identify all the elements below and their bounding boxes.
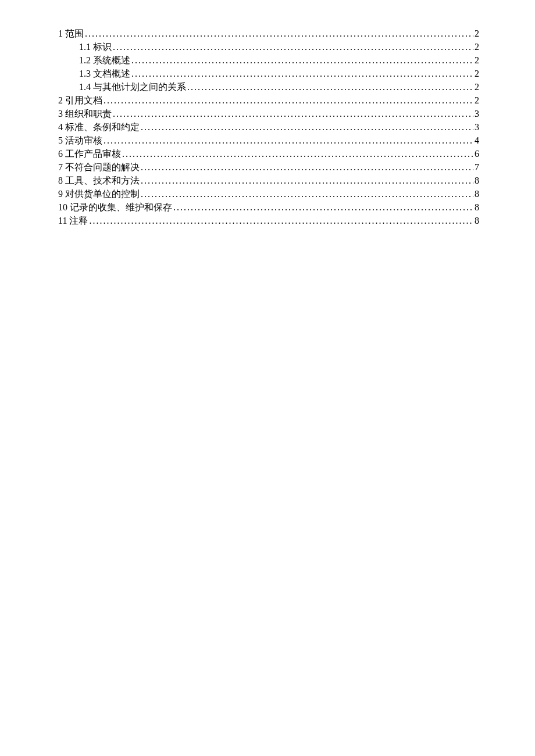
toc-leader — [104, 134, 473, 147]
toc-leader — [173, 200, 473, 214]
toc-entry: 7 不符合问题的解决 7 — [58, 160, 479, 174]
toc-title: 系统概述 — [93, 53, 130, 67]
toc-title: 工作产品审核 — [65, 147, 121, 160]
toc-number: 2 — [58, 94, 63, 107]
toc-page: 8 — [475, 200, 479, 214]
toc-number: 9 — [58, 187, 63, 200]
toc-page: 2 — [475, 94, 479, 107]
toc-entry: 8 工具、技术和方法 8 — [58, 174, 479, 187]
toc-title: 活动审核 — [65, 134, 102, 147]
toc-entry: 1.2 系统概述 2 — [58, 53, 479, 67]
toc-number: 1 — [58, 27, 63, 40]
toc-title: 引用文档 — [65, 94, 102, 107]
table-of-contents: 1 范围 2 1.1 标识 2 1.2 系统概述 2 1.3 文档概述 2 1.… — [58, 27, 479, 227]
toc-number: 4 — [58, 120, 63, 134]
toc-number: 1.1 — [79, 40, 91, 53]
toc-number: 10 — [58, 200, 67, 214]
toc-entry: 10 记录的收集、维护和保存 8 — [58, 200, 479, 214]
toc-leader — [89, 214, 473, 227]
toc-number: 3 — [58, 107, 63, 120]
toc-page: 8 — [475, 187, 479, 200]
toc-number: 5 — [58, 134, 63, 147]
toc-page: 2 — [475, 80, 479, 94]
toc-number: 1.3 — [79, 67, 91, 80]
toc-leader — [131, 53, 473, 67]
toc-page: 7 — [475, 160, 479, 174]
toc-page: 3 — [475, 107, 479, 120]
toc-leader — [113, 40, 473, 53]
toc-entry: 5 活动审核 4 — [58, 134, 479, 147]
toc-leader — [113, 107, 473, 120]
toc-entry: 3 组织和职责 3 — [58, 107, 479, 120]
toc-leader — [141, 187, 473, 200]
toc-entry: 1 范围 2 — [58, 27, 479, 40]
toc-leader — [141, 174, 473, 187]
toc-number: 6 — [58, 147, 63, 160]
toc-leader — [104, 94, 473, 107]
toc-page: 3 — [475, 120, 479, 134]
toc-title: 标识 — [93, 40, 112, 53]
toc-entry: 6 工作产品审核 6 — [58, 147, 479, 160]
toc-leader — [131, 67, 473, 80]
toc-title: 工具、技术和方法 — [65, 174, 140, 187]
toc-number: 7 — [58, 160, 63, 174]
toc-leader — [187, 80, 473, 94]
toc-leader — [85, 27, 473, 40]
toc-page: 2 — [475, 40, 479, 53]
toc-title: 记录的收集、维护和保存 — [70, 200, 172, 214]
toc-number: 8 — [58, 174, 63, 187]
toc-title: 范围 — [65, 27, 84, 40]
toc-entry: 4 标准、条例和约定 3 — [58, 120, 479, 134]
toc-entry: 2 引用文档 2 — [58, 94, 479, 107]
toc-number: 11 — [58, 214, 67, 227]
toc-title: 注释 — [69, 214, 88, 227]
toc-page: 4 — [475, 134, 479, 147]
toc-page: 2 — [475, 67, 479, 80]
toc-title: 与其他计划之间的关系 — [93, 80, 186, 94]
toc-page: 2 — [475, 53, 479, 67]
toc-title: 文档概述 — [93, 67, 130, 80]
toc-leader — [141, 160, 473, 174]
toc-page: 2 — [475, 27, 479, 40]
toc-entry: 9 对供货单位的控制 8 — [58, 187, 479, 200]
toc-entry: 11 注释 8 — [58, 214, 479, 227]
toc-entry: 1.3 文档概述 2 — [58, 67, 479, 80]
toc-title: 不符合问题的解决 — [65, 160, 140, 174]
toc-page: 8 — [475, 214, 479, 227]
toc-number: 1.2 — [79, 53, 91, 67]
toc-entry: 1.1 标识 2 — [58, 40, 479, 53]
toc-page: 6 — [475, 147, 479, 160]
toc-title: 标准、条例和约定 — [65, 120, 140, 134]
toc-entry: 1.4 与其他计划之间的关系 2 — [58, 80, 479, 94]
toc-page: 8 — [475, 174, 479, 187]
toc-leader — [141, 120, 473, 134]
toc-title: 对供货单位的控制 — [65, 187, 140, 200]
toc-title: 组织和职责 — [65, 107, 112, 120]
toc-number: 1.4 — [79, 80, 91, 94]
toc-leader — [122, 147, 473, 160]
